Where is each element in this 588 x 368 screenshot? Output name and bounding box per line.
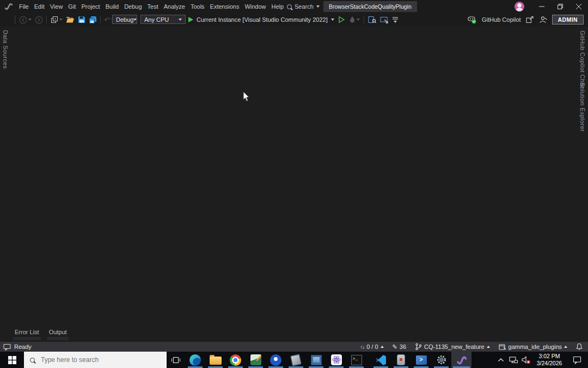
menu-extensions[interactable]: Extensions <box>207 0 242 13</box>
account-button[interactable]: ADMIN <box>552 15 584 25</box>
branch-icon <box>415 343 422 351</box>
taskbar-app-vscode[interactable] <box>371 352 391 368</box>
minimize-icon <box>539 4 544 9</box>
menu-view[interactable]: View <box>47 0 66 13</box>
start-button[interactable] <box>0 352 24 368</box>
menu-file[interactable]: File <box>16 0 32 13</box>
search-label: Search <box>295 3 314 10</box>
menu-help[interactable]: Help <box>269 0 287 13</box>
menu-edit[interactable]: Edit <box>32 0 47 13</box>
action-center-button[interactable] <box>566 352 588 368</box>
copilot-label[interactable]: GitHub Copilot <box>482 16 521 23</box>
toolbar-separator <box>46 16 47 23</box>
platform-value: Any CPU <box>144 16 169 23</box>
chevron-down-icon <box>394 21 397 23</box>
toolbar-grip[interactable] <box>14 15 16 24</box>
taskbar-app-settings[interactable] <box>431 352 451 368</box>
attach-icon[interactable] <box>380 16 389 23</box>
new-project-icon <box>50 16 58 24</box>
menu-test[interactable]: Test <box>145 0 161 13</box>
restore-button[interactable] <box>551 0 569 13</box>
network-status[interactable] <box>507 352 519 368</box>
taskbar-app-edge[interactable] <box>185 352 205 368</box>
vscode-icon <box>376 354 387 365</box>
menu-git[interactable]: Git <box>65 0 78 13</box>
taskbar-app-atom[interactable] <box>326 352 346 368</box>
save-all-icon[interactable] <box>89 16 97 24</box>
tab-output[interactable]: Output <box>47 328 69 340</box>
chrome-icon <box>230 354 241 366</box>
chevron-down-icon <box>331 19 334 21</box>
github-copilot-icon[interactable] <box>467 15 477 24</box>
chevron-down-icon <box>316 5 320 8</box>
ide-search-control[interactable]: Search <box>287 0 320 13</box>
menu-project[interactable]: Project <box>78 0 102 13</box>
atom-app-icon <box>331 354 342 365</box>
menu-window[interactable]: Window <box>242 0 268 13</box>
taskbar-app-notepad[interactable] <box>286 352 306 368</box>
new-project-button[interactable] <box>50 16 63 24</box>
menu-tools[interactable]: Tools <box>188 0 207 13</box>
file-explorer-icon <box>210 357 222 365</box>
sidebar-tab-solution-explorer[interactable]: Solution Explorer <box>579 82 586 132</box>
menu-analyze[interactable]: Analyze <box>161 0 188 13</box>
taskbar-search-input[interactable] <box>40 355 145 364</box>
media-player-icon <box>311 355 322 365</box>
volume-status[interactable] <box>519 352 532 368</box>
close-button[interactable] <box>569 0 588 13</box>
repo-icon <box>499 343 506 351</box>
taskbar-app-command-prompt[interactable]: >_ <box>346 352 366 368</box>
chevron-down-icon <box>133 19 137 21</box>
toolbar-separator <box>364 16 364 23</box>
sync-count: 0 / 0 <box>366 343 378 350</box>
taskbar-search[interactable] <box>24 352 167 368</box>
feedback-status-button[interactable]: Ready <box>0 343 32 351</box>
run-target-label: Current Instance [Visual Studio Communit… <box>197 16 328 23</box>
taskbar-app-chrome[interactable] <box>225 352 246 368</box>
taskbar-clock[interactable]: 3:02 PM 3/24/2026 <box>532 352 566 368</box>
branch-selector[interactable]: CQ-1135_new_feature <box>415 343 489 351</box>
taskbar-app-powershell[interactable]: > <box>411 352 431 368</box>
network-icon <box>509 356 518 364</box>
taskbar-app-maps[interactable] <box>266 352 286 368</box>
user-avatar[interactable] <box>514 2 524 11</box>
toolbar-overflow-button[interactable] <box>393 17 398 23</box>
toolbar-run-group: Current Instance [Visual Studio Communit… <box>188 13 398 26</box>
taskbar-app-image-editor[interactable] <box>246 352 266 368</box>
start-without-debug-icon[interactable] <box>338 16 345 23</box>
menu-debug[interactable]: Debug <box>121 0 144 13</box>
feedback-icon[interactable] <box>539 16 547 23</box>
find-in-files-icon[interactable] <box>368 16 376 23</box>
repo-selector[interactable]: gamma_ide_plugins <box>499 343 567 351</box>
pending-edits-indicator[interactable]: ✎ 36 <box>393 343 406 351</box>
taskbar-app-file-explorer[interactable] <box>205 352 225 368</box>
taskbar-app-visual-studio[interactable] <box>451 352 471 368</box>
git-sync-button[interactable]: ↑↓ 0 / 0 <box>360 343 383 350</box>
save-icon[interactable] <box>78 16 85 23</box>
sidebar-tab-copilot-chat[interactable]: GitHub Copilot Chat <box>579 31 586 88</box>
pending-edits-count: 36 <box>400 343 406 350</box>
minimize-button[interactable] <box>532 0 551 13</box>
tray-expand-button[interactable] <box>494 352 507 368</box>
image-editor-icon <box>250 354 261 365</box>
configuration-dropdown[interactable]: Debug <box>112 15 137 24</box>
platform-dropdown[interactable]: Any CPU <box>140 15 186 24</box>
task-view-button[interactable] <box>167 352 185 368</box>
taskbar-app-media-player[interactable] <box>306 352 326 368</box>
tab-error-list[interactable]: Error List <box>13 328 41 340</box>
menu-build[interactable]: Build <box>103 0 121 13</box>
toolbar-overflow-icon <box>393 17 398 20</box>
taskbar-app-device[interactable] <box>391 352 411 368</box>
vs-logo-icon <box>4 2 13 11</box>
share-icon[interactable] <box>526 16 534 23</box>
action-center-icon <box>573 356 581 364</box>
hot-reload-button[interactable] <box>349 16 360 23</box>
start-debugging-button[interactable]: Current Instance [Visual Studio Communit… <box>188 16 334 23</box>
pencil-icon: ✎ <box>393 343 397 351</box>
navigate-back-button[interactable] <box>19 16 32 24</box>
search-icon <box>287 4 292 9</box>
forward-icon[interactable] <box>35 16 43 24</box>
bell-icon[interactable] <box>576 343 583 351</box>
open-folder-icon[interactable] <box>66 16 75 23</box>
sidebar-tab-data-sources[interactable]: Data Sources <box>2 30 9 69</box>
